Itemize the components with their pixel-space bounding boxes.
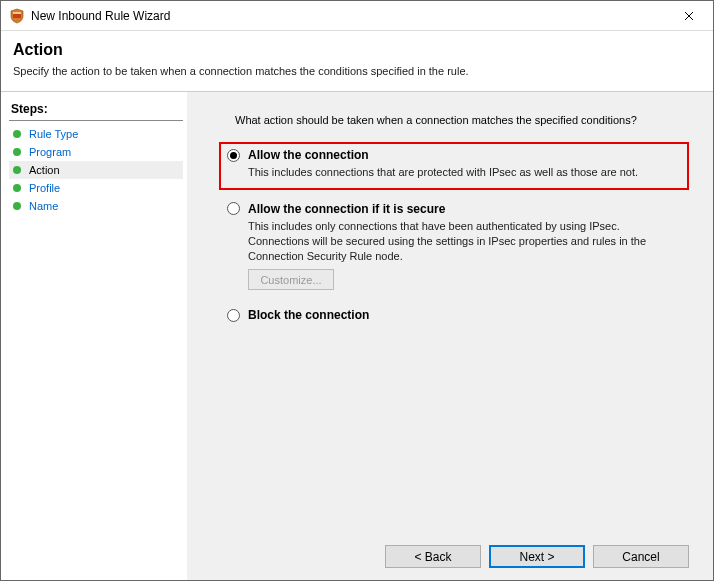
- step-label: Action: [29, 164, 60, 176]
- radio-block[interactable]: [227, 309, 240, 322]
- bullet-icon: [13, 184, 21, 192]
- option-allow[interactable]: Allow the connection This includes conne…: [219, 142, 689, 190]
- prompt-text: What action should be taken when a conne…: [235, 114, 689, 126]
- action-options: Allow the connection This includes conne…: [219, 142, 689, 334]
- step-label: Rule Type: [29, 128, 78, 140]
- step-label: Profile: [29, 182, 60, 194]
- page-subtitle: Specify the action to be taken when a co…: [13, 65, 701, 77]
- app-icon: [9, 8, 25, 24]
- option-title: Block the connection: [248, 308, 369, 322]
- option-row: Block the connection: [227, 308, 679, 322]
- wizard-window: New Inbound Rule Wizard Action Specify t…: [0, 0, 714, 581]
- step-profile[interactable]: Profile: [9, 179, 183, 197]
- bullet-icon: [13, 166, 21, 174]
- option-desc: This includes only connections that have…: [248, 219, 678, 264]
- next-button[interactable]: Next >: [489, 545, 585, 568]
- option-title: Allow the connection if it is secure: [248, 202, 445, 216]
- customize-button: Customize...: [248, 269, 334, 290]
- bullet-icon: [13, 130, 21, 138]
- close-button[interactable]: [666, 2, 711, 30]
- radio-allow[interactable]: [227, 149, 240, 162]
- option-block[interactable]: Block the connection: [219, 302, 689, 328]
- option-row: Allow the connection if it is secure: [227, 202, 679, 216]
- option-allow-secure[interactable]: Allow the connection if it is secure Thi…: [219, 196, 689, 297]
- back-button[interactable]: < Back: [385, 545, 481, 568]
- header: Action Specify the action to be taken wh…: [1, 31, 713, 92]
- option-row: Allow the connection: [227, 148, 679, 162]
- step-program[interactable]: Program: [9, 143, 183, 161]
- svg-rect-1: [13, 12, 21, 14]
- steps-heading: Steps:: [9, 100, 183, 121]
- window-title: New Inbound Rule Wizard: [31, 9, 666, 23]
- body: Steps: Rule Type Program Action Profile …: [1, 92, 713, 580]
- step-label: Program: [29, 146, 71, 158]
- steps-sidebar: Steps: Rule Type Program Action Profile …: [1, 92, 187, 580]
- radio-allow-secure[interactable]: [227, 202, 240, 215]
- bullet-icon: [13, 148, 21, 156]
- page-title: Action: [13, 41, 701, 59]
- bullet-icon: [13, 202, 21, 210]
- footer-buttons: < Back Next > Cancel: [211, 535, 689, 568]
- step-label: Name: [29, 200, 58, 212]
- option-desc: This includes connections that are prote…: [248, 165, 678, 180]
- step-rule-type[interactable]: Rule Type: [9, 125, 183, 143]
- main-panel: What action should be taken when a conne…: [187, 92, 713, 580]
- cancel-button[interactable]: Cancel: [593, 545, 689, 568]
- titlebar: New Inbound Rule Wizard: [1, 1, 713, 31]
- step-name[interactable]: Name: [9, 197, 183, 215]
- option-title: Allow the connection: [248, 148, 369, 162]
- step-action[interactable]: Action: [9, 161, 183, 179]
